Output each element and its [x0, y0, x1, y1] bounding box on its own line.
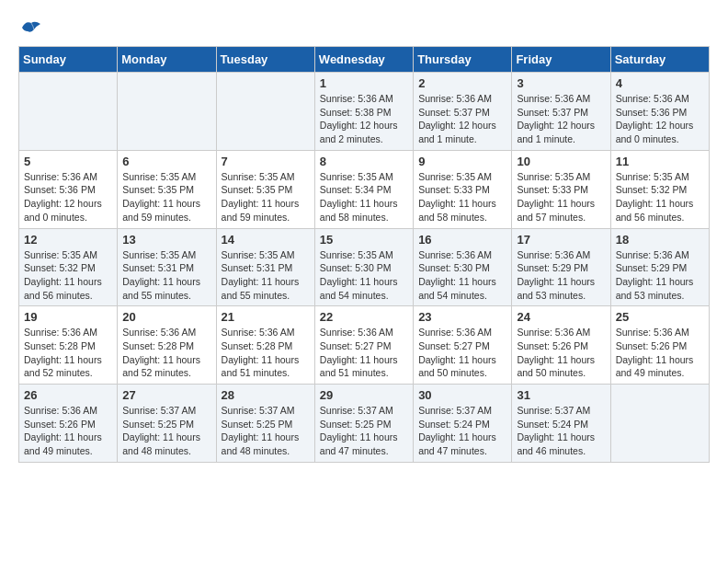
- calendar-cell: 2Sunrise: 5:36 AM Sunset: 5:37 PM Daylig…: [414, 73, 512, 151]
- day-info: Sunrise: 5:35 AM Sunset: 5:31 PM Dayligh…: [222, 248, 310, 303]
- day-info: Sunrise: 5:37 AM Sunset: 5:25 PM Dayligh…: [122, 404, 210, 458]
- calendar-cell: [118, 73, 216, 151]
- day-info: Sunrise: 5:35 AM Sunset: 5:35 PM Dayligh…: [222, 170, 310, 224]
- page-header: [18, 18, 710, 37]
- day-number: 30: [418, 388, 506, 402]
- day-info: Sunrise: 5:37 AM Sunset: 5:25 PM Dayligh…: [320, 404, 408, 458]
- day-info: Sunrise: 5:36 AM Sunset: 5:26 PM Dayligh…: [517, 326, 605, 380]
- day-info: Sunrise: 5:36 AM Sunset: 5:26 PM Dayligh…: [616, 326, 704, 380]
- day-number: 21: [222, 310, 310, 324]
- calendar-cell: 16Sunrise: 5:36 AM Sunset: 5:30 PM Dayli…: [414, 228, 512, 306]
- calendar-cell: 28Sunrise: 5:37 AM Sunset: 5:25 PM Dayli…: [216, 385, 314, 463]
- day-info: Sunrise: 5:36 AM Sunset: 5:26 PM Dayligh…: [24, 404, 112, 458]
- calendar-week-row: 19Sunrise: 5:36 AM Sunset: 5:28 PM Dayli…: [19, 306, 710, 385]
- calendar-cell: 1Sunrise: 5:36 AM Sunset: 5:38 PM Daylig…: [314, 73, 413, 151]
- day-number: 24: [517, 310, 605, 324]
- day-number: 26: [24, 388, 112, 402]
- calendar-cell: 12Sunrise: 5:35 AM Sunset: 5:32 PM Dayli…: [19, 228, 118, 306]
- calendar-cell: 3Sunrise: 5:36 AM Sunset: 5:37 PM Daylig…: [512, 73, 610, 151]
- calendar-cell: 10Sunrise: 5:35 AM Sunset: 5:33 PM Dayli…: [512, 150, 610, 228]
- day-number: 19: [24, 310, 112, 324]
- day-number: 29: [320, 388, 408, 402]
- day-info: Sunrise: 5:36 AM Sunset: 5:37 PM Dayligh…: [418, 92, 506, 146]
- day-number: 20: [122, 310, 210, 324]
- calendar-week-row: 5Sunrise: 5:36 AM Sunset: 5:36 PM Daylig…: [19, 150, 710, 228]
- weekday-header: Thursday: [414, 47, 512, 73]
- day-number: 10: [517, 155, 605, 168]
- day-number: 1: [320, 76, 408, 90]
- day-info: Sunrise: 5:36 AM Sunset: 5:29 PM Dayligh…: [616, 248, 704, 303]
- day-info: Sunrise: 5:36 AM Sunset: 5:38 PM Dayligh…: [320, 92, 408, 146]
- calendar-cell: 4Sunrise: 5:36 AM Sunset: 5:36 PM Daylig…: [610, 73, 709, 151]
- calendar-cell: [216, 73, 314, 151]
- calendar-cell: 8Sunrise: 5:35 AM Sunset: 5:34 PM Daylig…: [314, 150, 413, 228]
- day-info: Sunrise: 5:35 AM Sunset: 5:33 PM Dayligh…: [418, 170, 506, 224]
- day-number: 14: [222, 233, 310, 247]
- day-info: Sunrise: 5:36 AM Sunset: 5:37 PM Dayligh…: [517, 92, 605, 146]
- calendar-cell: 11Sunrise: 5:35 AM Sunset: 5:32 PM Dayli…: [610, 150, 709, 228]
- day-number: 11: [616, 155, 704, 168]
- calendar-cell: 19Sunrise: 5:36 AM Sunset: 5:28 PM Dayli…: [19, 306, 118, 385]
- day-number: 4: [616, 76, 704, 90]
- calendar-cell: 5Sunrise: 5:36 AM Sunset: 5:36 PM Daylig…: [19, 150, 118, 228]
- calendar-cell: 20Sunrise: 5:36 AM Sunset: 5:28 PM Dayli…: [118, 306, 216, 385]
- day-number: 6: [122, 155, 210, 168]
- day-info: Sunrise: 5:35 AM Sunset: 5:32 PM Dayligh…: [616, 170, 704, 224]
- logo: [18, 18, 42, 37]
- day-number: 2: [418, 76, 506, 90]
- day-number: 12: [24, 233, 112, 247]
- day-number: 23: [418, 310, 506, 324]
- calendar-cell: 24Sunrise: 5:36 AM Sunset: 5:26 PM Dayli…: [512, 306, 610, 385]
- day-info: Sunrise: 5:36 AM Sunset: 5:27 PM Dayligh…: [418, 326, 506, 380]
- calendar-week-row: 1Sunrise: 5:36 AM Sunset: 5:38 PM Daylig…: [19, 73, 710, 151]
- calendar-cell: 30Sunrise: 5:37 AM Sunset: 5:24 PM Dayli…: [414, 385, 512, 463]
- day-info: Sunrise: 5:36 AM Sunset: 5:27 PM Dayligh…: [320, 326, 408, 380]
- weekday-header: Wednesday: [314, 47, 413, 73]
- calendar-cell: 14Sunrise: 5:35 AM Sunset: 5:31 PM Dayli…: [216, 228, 314, 306]
- day-number: 31: [517, 388, 605, 402]
- day-number: 9: [418, 155, 506, 168]
- day-number: 22: [320, 310, 408, 324]
- calendar-cell: 22Sunrise: 5:36 AM Sunset: 5:27 PM Dayli…: [314, 306, 413, 385]
- day-number: 18: [616, 233, 704, 247]
- calendar-cell: 7Sunrise: 5:35 AM Sunset: 5:35 PM Daylig…: [216, 150, 314, 228]
- weekday-header: Saturday: [610, 47, 709, 73]
- calendar-week-row: 12Sunrise: 5:35 AM Sunset: 5:32 PM Dayli…: [19, 228, 710, 306]
- calendar-cell: [19, 73, 118, 151]
- day-info: Sunrise: 5:37 AM Sunset: 5:24 PM Dayligh…: [517, 404, 605, 458]
- day-number: 16: [418, 233, 506, 247]
- day-info: Sunrise: 5:35 AM Sunset: 5:34 PM Dayligh…: [320, 170, 408, 224]
- day-info: Sunrise: 5:35 AM Sunset: 5:30 PM Dayligh…: [320, 248, 408, 303]
- calendar-table: SundayMondayTuesdayWednesdayThursdayFrid…: [18, 46, 710, 463]
- calendar-cell: 9Sunrise: 5:35 AM Sunset: 5:33 PM Daylig…: [414, 150, 512, 228]
- weekday-header-row: SundayMondayTuesdayWednesdayThursdayFrid…: [19, 47, 710, 73]
- calendar-cell: [610, 385, 709, 463]
- weekday-header: Tuesday: [216, 47, 314, 73]
- day-info: Sunrise: 5:36 AM Sunset: 5:36 PM Dayligh…: [616, 92, 704, 146]
- weekday-header: Friday: [512, 47, 610, 73]
- day-info: Sunrise: 5:37 AM Sunset: 5:25 PM Dayligh…: [222, 404, 310, 458]
- day-info: Sunrise: 5:35 AM Sunset: 5:35 PM Dayligh…: [122, 170, 210, 224]
- calendar-cell: 23Sunrise: 5:36 AM Sunset: 5:27 PM Dayli…: [414, 306, 512, 385]
- calendar-cell: 6Sunrise: 5:35 AM Sunset: 5:35 PM Daylig…: [118, 150, 216, 228]
- weekday-header: Monday: [118, 47, 216, 73]
- day-number: 13: [122, 233, 210, 247]
- day-info: Sunrise: 5:36 AM Sunset: 5:28 PM Dayligh…: [122, 326, 210, 380]
- day-number: 28: [222, 388, 310, 402]
- day-number: 17: [517, 233, 605, 247]
- calendar-cell: 21Sunrise: 5:36 AM Sunset: 5:28 PM Dayli…: [216, 306, 314, 385]
- day-number: 27: [122, 388, 210, 402]
- calendar-cell: 26Sunrise: 5:36 AM Sunset: 5:26 PM Dayli…: [19, 385, 118, 463]
- calendar-week-row: 26Sunrise: 5:36 AM Sunset: 5:26 PM Dayli…: [19, 385, 710, 463]
- day-info: Sunrise: 5:36 AM Sunset: 5:28 PM Dayligh…: [24, 326, 112, 380]
- calendar-cell: 13Sunrise: 5:35 AM Sunset: 5:31 PM Dayli…: [118, 228, 216, 306]
- day-number: 3: [517, 76, 605, 90]
- calendar-cell: 29Sunrise: 5:37 AM Sunset: 5:25 PM Dayli…: [314, 385, 413, 463]
- weekday-header: Sunday: [19, 47, 118, 73]
- calendar-cell: 18Sunrise: 5:36 AM Sunset: 5:29 PM Dayli…: [610, 228, 709, 306]
- calendar-cell: 17Sunrise: 5:36 AM Sunset: 5:29 PM Dayli…: [512, 228, 610, 306]
- day-number: 7: [222, 155, 310, 168]
- calendar-cell: 25Sunrise: 5:36 AM Sunset: 5:26 PM Dayli…: [610, 306, 709, 385]
- day-info: Sunrise: 5:36 AM Sunset: 5:29 PM Dayligh…: [517, 248, 605, 303]
- day-number: 8: [320, 155, 408, 168]
